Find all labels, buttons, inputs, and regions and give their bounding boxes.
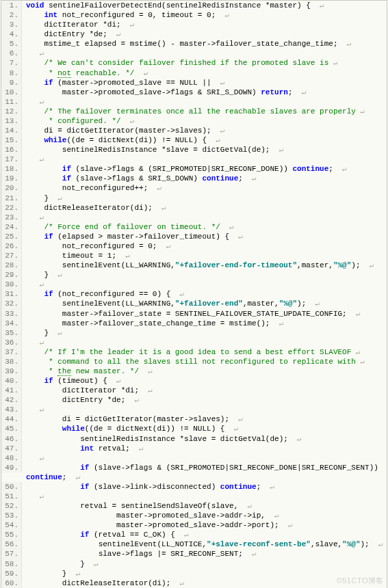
code-content[interactable]: dictEntry *de; ↵ — [22, 29, 387, 39]
code-content[interactable]: timeout = 1; ↵ — [22, 251, 387, 260]
code-line[interactable]: 49. if (slave->flags & (SRI_PROMOTED|SRI… — [1, 463, 387, 482]
code-content[interactable]: sentinelRedisInstance *slave = dictGetVa… — [22, 145, 387, 155]
code-content[interactable]: sentinelEvent(LL_WARNING,"+failover-end"… — [22, 299, 387, 308]
code-content[interactable]: /* We can't consider failover finished i… — [22, 58, 387, 68]
code-content[interactable]: master->failover_state = SENTINEL_FAILOV… — [22, 309, 387, 319]
code-content[interactable]: ↵ — [22, 338, 387, 347]
code-content[interactable]: if (not_reconfigured == 0) { ↵ — [22, 289, 387, 299]
code-line[interactable]: 19. if (slave->flags & SRI_S_DOWN) conti… — [1, 174, 387, 183]
code-line[interactable]: 5. mstime_t elapsed = mstime() - master-… — [1, 39, 387, 49]
code-line[interactable]: 43. ↵ — [1, 405, 387, 414]
code-content[interactable]: dictEntry *de; ↵ — [22, 395, 387, 405]
code-content[interactable]: sentinelRedisInstance *slave = dictGetVa… — [22, 434, 387, 444]
code-line[interactable]: 56. sentinelEvent(LL_NOTICE,"+slave-reco… — [1, 539, 387, 549]
code-content[interactable]: ↵ — [22, 97, 387, 107]
code-content[interactable]: master->promoted_slave->addr->port); ↵ — [22, 520, 387, 530]
code-content[interactable]: /* The failover terminates once all the … — [22, 107, 387, 116]
code-content[interactable]: void sentinelFailoverDetectEnd(sentinelR… — [22, 1, 387, 10]
code-line[interactable]: 9. if (master->promoted_slave == NULL ||… — [1, 78, 387, 88]
code-line[interactable]: 25. if (elapsed > master->failover_timeo… — [1, 232, 387, 241]
code-line[interactable]: 11. ↵ — [1, 97, 387, 107]
code-content[interactable]: int not_reconfigured = 0, timeout = 0; ↵ — [22, 10, 387, 20]
code-line[interactable]: 10. master->promoted_slave->flags & SRI_… — [1, 88, 387, 97]
code-content[interactable]: dictIterator *di; ↵ — [22, 386, 387, 395]
code-line[interactable]: 26. not_reconfigured = 0; ↵ — [1, 241, 387, 251]
code-line[interactable]: 31. if (not_reconfigured == 0) { ↵ — [1, 289, 387, 299]
code-content[interactable]: if (slave->flags & (SRI_PROMOTED|SRI_REC… — [22, 164, 387, 174]
code-content[interactable]: /* Force end of failover on timeout. */ … — [22, 222, 387, 232]
code-line[interactable]: 38. * command to all the slaves still no… — [1, 357, 387, 366]
code-line[interactable]: 17. ↵ — [1, 155, 387, 164]
code-line[interactable]: 50. if (slave->link->disconnected) conti… — [1, 482, 387, 492]
code-line[interactable]: 42. dictEntry *de; ↵ — [1, 395, 387, 405]
code-line[interactable]: 39. * the new master. */ ↵ — [1, 366, 387, 376]
code-content[interactable]: if (retval == C_OK) { ↵ — [22, 530, 387, 539]
code-line[interactable]: 55. if (retval == C_OK) { ↵ — [1, 530, 387, 539]
code-line[interactable]: 59. } ↵ — [1, 569, 387, 578]
code-line[interactable]: 35. } ↵ — [1, 328, 387, 338]
code-line[interactable]: 24. /* Force end of failover on timeout.… — [1, 222, 387, 232]
code-line[interactable]: 53. master->promoted_slave->addr->ip, ↵ — [1, 511, 387, 520]
code-content[interactable]: /* If I'm the leader it is a good idea t… — [22, 347, 387, 357]
code-line[interactable]: 40. if (timeout) { ↵ — [1, 376, 387, 386]
code-content[interactable]: ↵ — [22, 49, 387, 58]
code-line[interactable]: 8. * not reachable. */ ↵ — [1, 68, 387, 78]
code-line[interactable]: 2. int not_reconfigured = 0, timeout = 0… — [1, 10, 387, 20]
code-content[interactable]: di = dictGetIterator(master->slaves); ↵ — [22, 126, 387, 135]
code-line[interactable]: 27. timeout = 1; ↵ — [1, 251, 387, 260]
code-line[interactable]: 16. sentinelRedisInstance *slave = dictG… — [1, 145, 387, 155]
code-line[interactable]: 3. dictIterator *di; ↵ — [1, 20, 387, 29]
code-line[interactable]: 45. while((de = dictNext(di)) != NULL) {… — [1, 424, 387, 433]
code-content[interactable]: master->promoted_slave->addr->ip, ↵ — [22, 511, 387, 520]
code-content[interactable]: ↵ — [22, 492, 387, 501]
code-content[interactable]: di = dictGetIterator(master->slaves); ↵ — [22, 414, 387, 424]
code-line[interactable]: 7. /* We can't consider failover finishe… — [1, 58, 387, 68]
code-content[interactable]: while((de = dictNext(di)) != NULL) { ↵ — [22, 135, 387, 145]
code-line[interactable]: 30. ↵ — [1, 280, 387, 289]
code-line[interactable]: 20. not_reconfigured++; ↵ — [1, 183, 387, 193]
code-content[interactable]: } ↵ — [22, 193, 387, 203]
code-content[interactable]: ↵ — [22, 155, 387, 164]
code-line[interactable]: 46. sentinelRedisInstance *slave = dictG… — [1, 434, 387, 444]
code-line[interactable]: 37. /* If I'm the leader it is a good id… — [1, 347, 387, 357]
code-line[interactable]: 51. ↵ — [1, 492, 387, 501]
code-line[interactable]: 28. sentinelEvent(LL_WARNING,"+failover-… — [1, 260, 387, 270]
code-line[interactable]: 6. ↵ — [1, 49, 387, 58]
code-content[interactable]: mstime_t elapsed = mstime() - master->fa… — [22, 39, 387, 49]
code-line[interactable]: 1.void sentinelFailoverDetectEnd(sentine… — [1, 1, 387, 10]
code-line[interactable]: 47. int retval; ↵ — [1, 444, 387, 453]
code-content[interactable]: if (elapsed > master->failover_timeout) … — [22, 232, 387, 241]
code-content[interactable]: ↵ — [22, 453, 387, 463]
code-content[interactable]: ↵ — [22, 213, 387, 222]
code-content[interactable]: } ↵ — [22, 270, 387, 280]
code-line[interactable]: 13. * configured. */ ↵ — [1, 116, 387, 126]
code-line[interactable]: 41. dictIterator *di; ↵ — [1, 386, 387, 395]
code-line[interactable]: 52. retval = sentinelSendSlaveOf(slave, … — [1, 501, 387, 511]
code-line[interactable]: 14. di = dictGetIterator(master->slaves)… — [1, 126, 387, 135]
code-content[interactable]: slave->flags |= SRI_RECONF_SENT; ↵ — [22, 549, 387, 559]
code-line[interactable]: 58. } ↵ — [1, 559, 387, 569]
code-line[interactable]: 34. master->failover_state_change_time =… — [1, 319, 387, 328]
code-line[interactable]: 36. ↵ — [1, 338, 387, 347]
code-content[interactable]: int retval; ↵ — [22, 444, 387, 453]
code-content[interactable]: sentinelEvent(LL_NOTICE,"+slave-reconf-s… — [22, 539, 387, 549]
code-content[interactable]: } ↵ — [22, 569, 387, 578]
code-content[interactable]: retval = sentinelSendSlaveOf(slave, ↵ — [22, 501, 387, 511]
code-line[interactable]: 54. master->promoted_slave->addr->port);… — [1, 520, 387, 530]
code-content[interactable]: if (slave->flags & SRI_S_DOWN) continue;… — [22, 174, 387, 183]
code-line[interactable]: 33. master->failover_state = SENTINEL_FA… — [1, 309, 387, 319]
code-content[interactable]: * not reachable. */ ↵ — [22, 68, 387, 78]
code-content[interactable]: not_reconfigured = 0; ↵ — [22, 241, 387, 251]
code-content[interactable]: master->failover_state_change_time = mst… — [22, 319, 387, 328]
code-content[interactable]: sentinelEvent(LL_WARNING,"+failover-end-… — [22, 260, 387, 270]
code-line[interactable]: 60. dictReleaseIterator(di); ↵ — [1, 578, 387, 588]
code-line[interactable]: 4. dictEntry *de; ↵ — [1, 29, 387, 39]
code-content[interactable]: while((de = dictNext(di)) != NULL) { ↵ — [22, 424, 387, 433]
code-content[interactable]: if (timeout) { ↵ — [22, 376, 387, 386]
code-content[interactable]: master->promoted_slave->flags & SRI_S_DO… — [22, 88, 387, 97]
code-content[interactable]: not_reconfigured++; ↵ — [22, 183, 387, 193]
code-content[interactable]: } ↵ — [22, 559, 387, 569]
code-content[interactable]: if (master->promoted_slave == NULL || ↵ — [22, 78, 387, 88]
code-editor[interactable]: 1.void sentinelFailoverDetectEnd(sentine… — [1, 0, 387, 588]
code-line[interactable]: 18. if (slave->flags & (SRI_PROMOTED|SRI… — [1, 164, 387, 174]
